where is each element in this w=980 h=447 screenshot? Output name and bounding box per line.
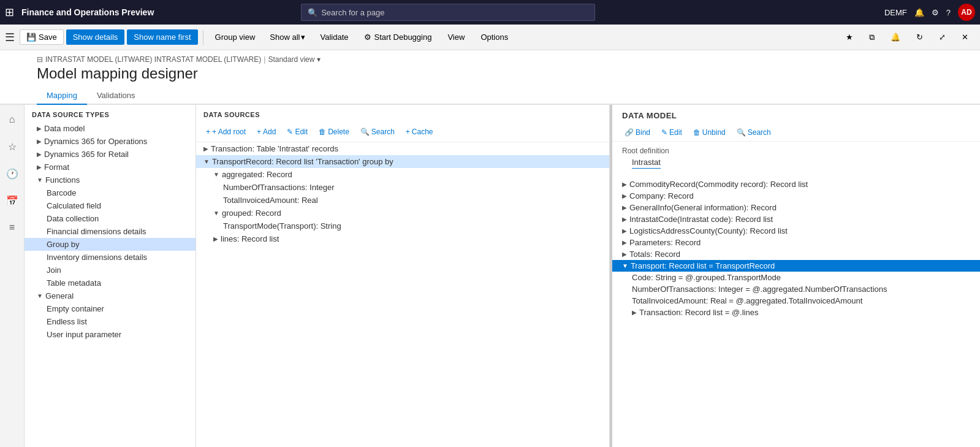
plus-icon: + [257,128,261,136]
panels-container: DATA SOURCE TYPES ▶ Data model ▶ Dynamic… [25,105,980,447]
add-root-button[interactable]: + + Add root [201,126,251,138]
show-all-button[interactable]: Show all ▾ [264,29,311,45]
dst-data-collection[interactable]: Data collection [25,212,196,225]
search-button[interactable]: 🔍 Search [355,126,400,138]
dm-parameters[interactable]: ▶ Parameters: Record [612,237,980,248]
delete-button[interactable]: 🗑 Delete [314,126,354,138]
dm-intrastat-code[interactable]: ▶ IntrastatCode(Intrastat code): Record … [612,213,980,225]
dst-barcode[interactable]: Barcode [25,186,196,199]
start-debugging-button[interactable]: ⚙ Start Debugging [357,29,438,45]
app-title: Finance and Operations Preview [21,7,154,17]
help-icon[interactable]: ? [946,8,951,17]
arrow-icon: ▶ [622,227,627,234]
standard-view-dropdown[interactable]: Standard view ▾ [268,55,320,64]
toolbar-separator-1 [203,30,203,45]
dm-general-info[interactable]: ▶ GeneralInfo(General information): Reco… [612,202,980,213]
dst-format[interactable]: ▶ Format [25,161,196,174]
edit-button[interactable]: ✎ Edit [282,126,313,138]
dm-code[interactable]: Code: String = @.grouped.TransportMode [612,272,980,283]
delete-icon: 🗑 [319,128,326,136]
dst-functions[interactable]: ▼ Functions [25,174,196,186]
dst-join[interactable]: Join [25,264,196,277]
ds-lines[interactable]: ▶ lines: Record list [196,232,609,245]
show-details-button[interactable]: Show details [66,29,125,45]
tab-mapping[interactable]: Mapping [37,87,87,105]
list-icon[interactable]: ≡ [2,218,22,237]
notification-badge-icon[interactable]: 🔔 [884,29,907,45]
open-external-icon[interactable]: ⤢ [932,29,952,45]
dst-calculated-field[interactable]: Calculated field [25,199,196,212]
star-icon[interactable]: ☆ [2,137,22,156]
tab-bar: Mapping Validations [0,82,980,105]
bind-button[interactable]: 🔗 Bind [620,126,655,139]
arrow-icon: ▼ [37,177,43,183]
ds-total-invoiced[interactable]: TotalInvoicedAmount: Real [196,194,609,207]
settings-icon[interactable]: ⚙ [932,8,939,17]
arrow-icon: ▶ [213,235,218,242]
dst-general[interactable]: ▼ General [25,289,196,302]
view-button[interactable]: View [441,29,471,45]
global-search-bar[interactable]: 🔍 Search for a page [301,4,595,21]
ds-transport-mode[interactable]: TransportMode(Transport): String [196,220,609,232]
dst-endless-list[interactable]: Endless list [25,315,196,328]
dm-transaction[interactable]: ▶ Transaction: Record list = @.lines [612,307,980,318]
show-name-first-button[interactable]: Show name first [127,29,197,45]
main-layout: ⌂ ☆ 🕐 📅 ≡ DATA SOURCE TYPES ▶ Data model… [0,105,980,447]
dst-user-input[interactable]: User input parameter [25,328,196,341]
close-icon[interactable]: ✕ [955,29,975,45]
arrow-icon: ▶ [632,309,637,316]
split-view-icon[interactable]: ⧉ [862,29,881,45]
page-title: Model mapping designer [37,65,970,82]
save-icon: 💾 [26,32,36,42]
add-button[interactable]: + Add [252,126,281,138]
chevron-down-icon: ▾ [317,55,321,64]
dm-transport[interactable]: ▼ Transport: Record list = TransportReco… [612,260,980,272]
breadcrumb: ⊟ INTRASTAT MODEL (LITWARE) INTRASTAT MO… [37,55,970,64]
tab-validations[interactable]: Validations [87,87,145,105]
panel-data-model: DATA MODEL 🔗 Bind ✎ Edit 🗑 Unbind 🔍 Sear… [612,105,980,447]
dst-table-metadata[interactable]: Table metadata [25,277,196,289]
dm-number-of-transactions[interactable]: NumberOfTransactions: Integer = @.aggreg… [612,283,980,295]
search-icon: 🔍 [308,8,317,17]
waffle-icon[interactable]: ⊞ [5,6,14,19]
edit-icon: ✎ [287,128,293,136]
ds-transaction[interactable]: ▶ Transaction: Table 'Intrastat' records [196,142,609,155]
history-icon[interactable]: 🕐 [2,164,22,183]
dm-totals[interactable]: ▶ Totals: Record [612,248,980,260]
refresh-icon[interactable]: ↻ [910,29,930,45]
calendar-icon[interactable]: 📅 [2,191,22,210]
ds-number-of-transactions[interactable]: NumberOfTransactions: Integer [196,181,609,194]
home-icon[interactable]: ⌂ [2,110,22,129]
dst-empty-container[interactable]: Empty container [25,302,196,315]
plus-icon: + [406,128,410,136]
dst-data-model[interactable]: ▶ Data model [25,122,196,135]
cache-button[interactable]: + Cache [401,126,438,138]
nav-toggle-icon[interactable]: ☰ [5,31,15,44]
dst-financial-dimensions[interactable]: Financial dimensions details [25,225,196,238]
search-model-button[interactable]: 🔍 Search [732,126,776,139]
dm-commodity-record[interactable]: ▶ CommodityRecord(Commodity record): Rec… [612,178,980,190]
notifications-icon[interactable]: 🔔 [914,8,924,17]
favorites-icon[interactable]: ★ [839,29,860,45]
dm-company[interactable]: ▶ Company: Record [612,190,980,202]
dm-logistics-address[interactable]: ▶ LogisticsAddressCounty(County): Record… [612,225,980,237]
bind-icon: 🔗 [625,128,634,137]
user-avatar[interactable]: AD [958,4,975,21]
ds-aggregated[interactable]: ▼ aggregated: Record [196,168,609,181]
dst-d365-retail[interactable]: ▶ Dynamics 365 for Retail [25,148,196,161]
validate-button[interactable]: Validate [313,29,355,45]
options-button[interactable]: Options [474,29,515,45]
dst-inventory-dimensions[interactable]: Inventory dimensions details [25,251,196,264]
filter-icon[interactable]: ⊟ [37,55,43,64]
dm-total-invoiced-amount[interactable]: TotalInvoicedAmount: Real = @.aggregated… [612,295,980,307]
ds-transport-record[interactable]: ▼ TransportRecord: Record list 'Transact… [196,155,609,168]
group-view-button[interactable]: Group view [208,29,262,45]
save-button[interactable]: 💾 Save [20,29,64,45]
panel-right-header: DATA MODEL [612,105,980,124]
unbind-button[interactable]: 🗑 Unbind [688,126,731,139]
edit-model-button[interactable]: ✎ Edit [656,126,687,139]
plus-icon: + [206,128,210,136]
ds-grouped[interactable]: ▼ grouped: Record [196,207,609,220]
dst-d365-operations[interactable]: ▶ Dynamics 365 for Operations [25,135,196,148]
dst-group-by[interactable]: Group by [25,238,196,251]
